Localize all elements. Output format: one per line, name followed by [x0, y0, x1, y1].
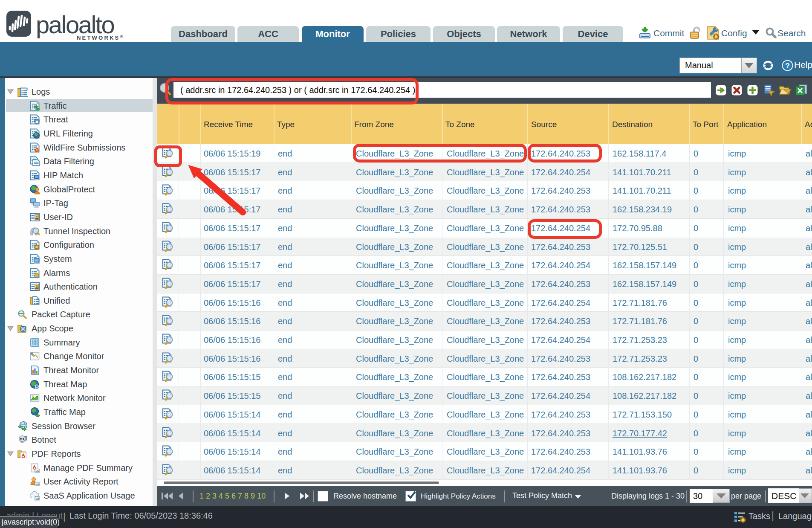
svg-text:?: ?: [785, 62, 789, 70]
